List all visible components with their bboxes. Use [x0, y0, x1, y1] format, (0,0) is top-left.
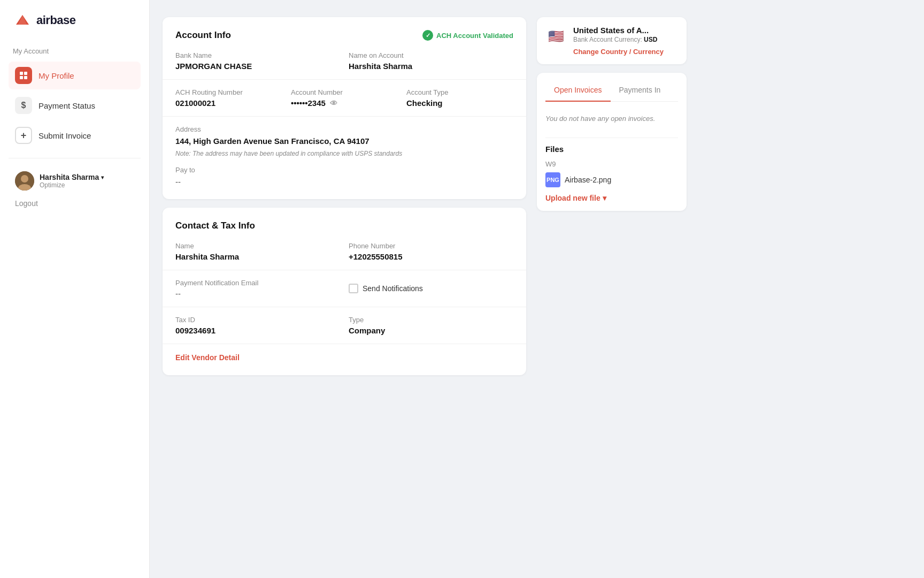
account-number-label: Account Number: [291, 88, 398, 96]
center-panel: Account Info ✓ ACH Account Validated Ban…: [163, 17, 526, 561]
edit-vendor-link[interactable]: Edit Vendor Detail: [175, 353, 240, 362]
account-info-title: Account Info: [175, 30, 231, 41]
bank-name-row: Bank Name JPMORGAN CHASE Name on Account…: [175, 51, 513, 71]
notification-row-grid: Payment Notification Email -- Send Notif…: [175, 279, 513, 298]
account-numbers-row: ACH Routing Number 021000021 Account Num…: [175, 88, 513, 108]
address-note: Note: The address may have been updated …: [175, 150, 513, 157]
contact-name-phone-row: Name Harshita Sharma Phone Number +12025…: [175, 242, 513, 261]
card-divider-4: [163, 307, 526, 307]
account-number-field: Account Number ••••••2345 👁: [291, 88, 398, 108]
bank-name-value: JPMORGAN CHASE: [175, 62, 340, 71]
card-divider-5: [163, 344, 526, 344]
svg-rect-0: [20, 72, 23, 75]
currency-value: USD: [644, 36, 657, 43]
logo: airbase: [9, 13, 141, 28]
address-value: 144, High Garden Avenue San Francisco, C…: [175, 136, 513, 146]
svg-rect-2: [20, 76, 23, 79]
pay-to-label: Pay to: [175, 166, 513, 174]
payment-status-icon: $: [15, 97, 32, 114]
type-value: Company: [349, 326, 513, 335]
address-section: Address 144, High Garden Avenue San Fran…: [175, 125, 513, 157]
sidebar-item-label-payment-status: Payment Status: [38, 101, 95, 110]
svg-point-5: [21, 175, 28, 182]
upload-new-file-button[interactable]: Upload new file ▾: [545, 194, 678, 202]
notification-email-field: Payment Notification Email --: [175, 279, 340, 298]
send-notifications-checkbox[interactable]: [349, 284, 358, 293]
account-type-field: Account Type Checking: [406, 88, 513, 108]
svg-rect-3: [24, 76, 27, 79]
submit-invoice-icon: +: [15, 127, 32, 144]
file-type-icon: PNG: [545, 172, 560, 187]
pay-to-section: Pay to --: [175, 166, 513, 186]
sidebar-item-submit-invoice[interactable]: + Submit Invoice: [9, 121, 141, 149]
ach-badge: ✓ ACH Account Validated: [422, 30, 513, 41]
user-name: Harshita Sharma ▾: [40, 173, 134, 181]
phone-value: +12025550815: [349, 252, 513, 261]
notification-section: Payment Notification Email -- Send Notif…: [175, 279, 513, 298]
user-company: Optimize: [40, 181, 134, 189]
files-section: Files W9 PNG Airbase-2.png Upload new fi…: [545, 138, 678, 202]
right-panel: 🇺🇸 United States of A... Bank Account Cu…: [537, 17, 687, 561]
file-name[interactable]: Airbase-2.png: [565, 176, 611, 184]
svg-rect-1: [24, 72, 27, 75]
contact-tax-title: Contact & Tax Info: [175, 220, 513, 231]
country-name: United States of A...: [573, 26, 678, 35]
notification-email-value: --: [175, 289, 340, 298]
phone-label: Phone Number: [349, 242, 513, 250]
user-info: Harshita Sharma ▾ Optimize: [40, 173, 134, 189]
ach-badge-text: ACH Account Validated: [436, 32, 513, 40]
contact-name-value: Harshita Sharma: [175, 252, 340, 261]
toggle-visibility-icon[interactable]: 👁: [330, 99, 337, 108]
main-content: Account Info ✓ ACH Account Validated Ban…: [150, 0, 924, 578]
routing-number-field: ACH Routing Number 021000021: [175, 88, 282, 108]
send-notifications-container: Send Notifications: [349, 279, 513, 298]
invoices-card: Open Invoices Payments In You do not hav…: [537, 73, 687, 211]
avatar: [15, 171, 34, 191]
my-account-label: My Account: [9, 45, 141, 62]
notification-email-label: Payment Notification Email: [175, 279, 340, 287]
pay-to-value: --: [175, 177, 513, 186]
name-on-account-value: Harshita Sharma: [349, 62, 513, 71]
sidebar-item-label-my-profile: My Profile: [38, 71, 74, 80]
sidebar-divider: [9, 158, 141, 158]
sidebar-item-payment-status[interactable]: $ Payment Status: [9, 92, 141, 119]
routing-value: 021000021: [175, 98, 282, 108]
flag-icon: 🇺🇸: [545, 26, 567, 47]
file-item: PNG Airbase-2.png: [545, 172, 678, 187]
change-country-currency-link[interactable]: Change Country / Currency: [573, 48, 678, 56]
card-divider-2: [163, 116, 526, 117]
tax-id-value: 009234691: [175, 326, 340, 335]
contact-name-field: Name Harshita Sharma: [175, 242, 340, 261]
account-type-label: Account Type: [406, 88, 513, 96]
name-on-account-label: Name on Account: [349, 51, 513, 59]
files-title: Files: [545, 138, 678, 154]
ach-check-icon: ✓: [422, 30, 433, 41]
sidebar-item-my-profile[interactable]: My Profile: [9, 62, 141, 89]
country-info: United States of A... Bank Account Curre…: [573, 26, 678, 56]
file-category-w9: W9: [545, 160, 678, 168]
card-divider-1: [163, 79, 526, 80]
tax-row: Tax ID 009234691 Type Company: [175, 316, 513, 335]
name-on-account-field: Name on Account Harshita Sharma: [349, 51, 513, 71]
type-label: Type: [349, 316, 513, 324]
bank-name-field: Bank Name JPMORGAN CHASE: [175, 51, 340, 71]
account-type-value: Checking: [406, 98, 513, 108]
phone-field: Phone Number +12025550815: [349, 242, 513, 261]
account-number-value: ••••••2345 👁: [291, 98, 398, 108]
bank-name-label: Bank Name: [175, 51, 340, 59]
tab-open-invoices[interactable]: Open Invoices: [545, 81, 611, 102]
card-divider-3: [163, 270, 526, 270]
account-info-card: Account Info ✓ ACH Account Validated Ban…: [163, 17, 526, 199]
sidebar: airbase My Account My Profile $ Payment …: [0, 0, 150, 578]
invoice-tabs: Open Invoices Payments In: [545, 81, 678, 102]
logo-text: airbase: [36, 13, 76, 27]
account-info-header: Account Info ✓ ACH Account Validated: [175, 30, 513, 41]
dropdown-arrow-icon: ▾: [101, 174, 104, 180]
upload-dropdown-icon: ▾: [603, 194, 606, 202]
logout-button[interactable]: Logout: [9, 195, 141, 212]
tab-payments-in[interactable]: Payments In: [611, 81, 669, 102]
routing-label: ACH Routing Number: [175, 88, 282, 96]
logo-icon: [13, 13, 32, 28]
type-field: Type Company: [349, 316, 513, 335]
my-profile-icon: [15, 67, 32, 84]
